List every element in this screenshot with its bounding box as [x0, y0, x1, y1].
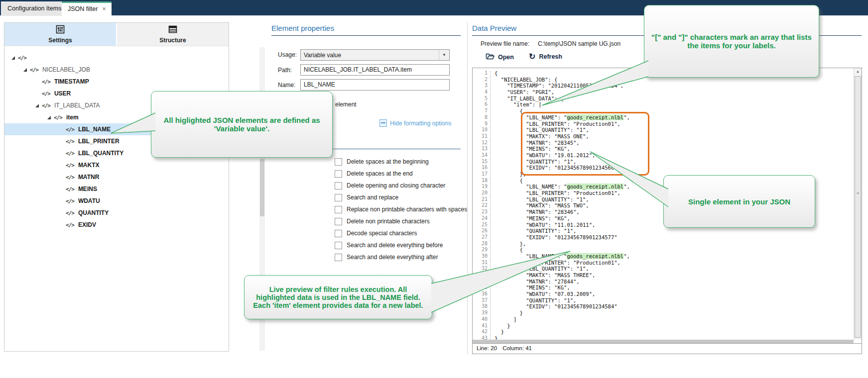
open-button[interactable]: Open	[486, 53, 514, 61]
line-number: 8	[473, 114, 491, 121]
line-number: 4	[473, 89, 491, 95]
highlighted-value: goods_receipt.nlbl	[567, 184, 623, 189]
xml-element-icon: </>	[30, 67, 38, 73]
scroll-up-icon[interactable]: ▲	[854, 70, 862, 73]
xml-element-icon: </>	[66, 150, 74, 157]
chevron-down-icon[interactable]: ▼	[439, 50, 449, 60]
line-number: 7	[473, 108, 491, 114]
code-text: "LBL_PRINTER": "Production01",	[491, 260, 620, 266]
code-line: 26 "QUANTITY": "1",	[473, 228, 854, 234]
code-text: "QUANTITY": "1",	[491, 159, 576, 165]
structure-table-icon	[168, 25, 177, 36]
tree-item-root[interactable]: </>	[4, 52, 229, 64]
code-text: "QUANTITY": "1",	[491, 228, 576, 234]
code-text: "EXIDV": "012345678901234584"	[491, 303, 618, 310]
checkbox-unchecked[interactable]	[335, 218, 342, 225]
xml-element-icon: </>	[66, 162, 74, 169]
tab-configuration-items-label: Configuration Items	[7, 5, 61, 12]
code-text: "LBL_NAME": "goods_receipt.nlbl",	[491, 114, 630, 121]
checkbox-row[interactable]: Replace non printable characters with sp…	[335, 204, 467, 214]
checkbox-unchecked[interactable]	[335, 206, 342, 213]
checkbox-unchecked[interactable]	[335, 254, 342, 261]
checkbox-unchecked[interactable]	[335, 242, 342, 249]
line-number: 33	[473, 272, 491, 279]
code-line: 33 "MAKTX": "MASS THREE",	[473, 272, 854, 279]
tree-item-QUANTITY[interactable]: </>QUANTITY	[4, 207, 229, 219]
checkbox-row[interactable]: Delete spaces at the beginning	[335, 157, 429, 167]
tree-item-label: IT_LABEL_DATA	[54, 102, 100, 109]
checkbox-label: Delete spaces at the end	[347, 170, 413, 177]
code-line: 35 "MEINS": "KG",	[473, 284, 854, 291]
checkbox-unchecked[interactable]	[335, 170, 342, 178]
expander-icon[interactable]	[35, 104, 39, 107]
tree-item-MEINS[interactable]: </>MEINS	[4, 183, 229, 195]
xml-element-icon: </>	[66, 126, 74, 133]
checkbox-unchecked[interactable]	[335, 158, 342, 166]
line-number: 39	[473, 310, 491, 316]
checkbox-label: Search and delete everything before	[347, 242, 443, 249]
tree-item-WDATU[interactable]: </>WDATU	[4, 195, 229, 207]
editor-vertical-scrollbar[interactable]: ▲ ≡	[854, 68, 862, 340]
expander-icon[interactable]	[47, 116, 51, 119]
editor-scrollbar-thumb[interactable]	[855, 76, 861, 338]
tree-item-label: LBL_NAME	[78, 126, 111, 133]
tree-item-label: MAKTX	[78, 162, 100, 169]
code-text: "LBL_NAME": "goods_receipt.nlbl",	[491, 253, 630, 260]
checkbox-unchecked[interactable]	[335, 230, 342, 237]
path-field[interactable]: NICELABEL_JOB.IT_LABEL_DATA.item	[300, 64, 450, 76]
callout-live-preview-note: Live preview of filter rules execution. …	[244, 275, 432, 319]
highlighted-value: goods_receipt.nlbl	[567, 253, 623, 259]
tree-item-MATNR[interactable]: </>MATNR	[4, 171, 229, 183]
properties-scrollbar-thumb[interactable]	[260, 159, 264, 216]
line-number: 18	[473, 178, 491, 184]
settings-toggle-button[interactable]: Settings	[4, 23, 116, 46]
hide-formatting-options-link[interactable]: Hide formatting options	[379, 119, 451, 127]
line-number: 36	[473, 291, 491, 297]
checkbox-row[interactable]: Search and delete everything after	[335, 252, 438, 262]
close-tab-icon[interactable]: ×	[102, 5, 106, 12]
tree-item-MAKTX[interactable]: </>MAKTX	[4, 159, 229, 171]
tree-item-NICELABEL_JOB[interactable]: </>NICELABEL_JOB	[4, 64, 229, 76]
tree-item-EXIDV[interactable]: </>EXIDV	[4, 219, 229, 231]
collapse-minus-icon	[379, 119, 387, 127]
line-number: 14	[473, 152, 491, 159]
line-number: 5	[473, 95, 491, 102]
tab-json-filter[interactable]: JSON filter×	[62, 1, 112, 17]
checkbox-row[interactable]: Search and replace	[335, 192, 398, 202]
tree-item-label: MEINS	[78, 186, 97, 192]
code-text: "MEINS": "KG",	[491, 146, 570, 152]
checkbox-row[interactable]: Delete opening and closing character	[335, 181, 445, 190]
tree-item-TIMESTAMP[interactable]: </>TIMESTAMP	[4, 76, 229, 88]
checkbox-unchecked[interactable]	[335, 194, 342, 201]
checkbox-label: Search and replace	[347, 194, 398, 201]
usage-value: Variable value	[304, 52, 341, 59]
code-text: "LBL_QUANTITY": "1",	[491, 266, 589, 272]
usage-dropdown[interactable]: Variable value ▼	[300, 49, 450, 61]
expander-icon[interactable]	[23, 68, 27, 72]
line-number: 12	[473, 140, 491, 146]
tab-configuration-items[interactable]: Configuration Items	[1, 1, 68, 16]
refresh-button-label: Refresh	[539, 53, 562, 60]
xml-element-icon: </>	[42, 91, 50, 97]
code-line: 3 "TIMESTAMP": "20120421100527.788134",	[473, 83, 854, 89]
expander-icon[interactable]	[11, 56, 15, 60]
code-text: "MATNR": "28346",	[491, 209, 580, 215]
code-text: "MATNR": "27844",	[491, 279, 580, 285]
name-field[interactable]: LBL_NAME	[300, 79, 450, 91]
xml-element-icon: </>	[42, 102, 50, 109]
checkbox-row[interactable]: Decode special characters	[335, 228, 417, 238]
line-number: 38	[473, 303, 491, 310]
code-line: 4 "USER": "PGRI",	[473, 89, 854, 95]
structure-toggle-button[interactable]: Structure	[116, 23, 229, 46]
checkbox-row[interactable]: Search and delete everything before	[335, 240, 443, 250]
checkbox-row[interactable]: Delete non printable characters	[335, 216, 430, 226]
line-number: 22	[473, 202, 491, 209]
checkbox-unchecked[interactable]	[335, 182, 342, 189]
code-text: "MEINS": "KG",	[491, 284, 570, 291]
line-number: 41	[473, 323, 491, 329]
tree-item-label: WDATU	[78, 197, 100, 204]
code-line: 30 "LBL_NAME": "goods_receipt.nlbl",	[473, 253, 854, 260]
checkbox-row[interactable]: Delete spaces at the end	[335, 169, 413, 179]
code-text: "MAKTX": "MASS TWO",	[491, 202, 589, 209]
refresh-button[interactable]: ↻ Refresh	[529, 52, 562, 61]
